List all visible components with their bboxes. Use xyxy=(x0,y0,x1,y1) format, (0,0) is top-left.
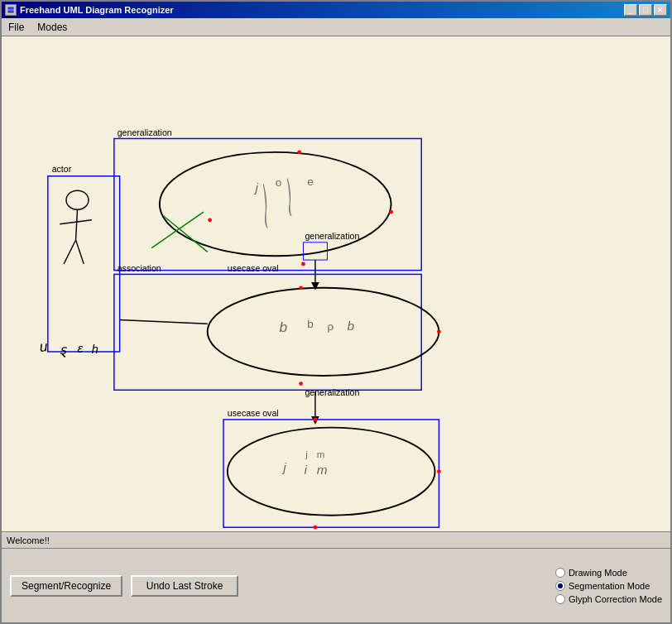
svg-text:association: association xyxy=(118,263,161,273)
svg-point-48 xyxy=(314,526,318,530)
glyph-correction-mode-option[interactable]: Glyph Correction Mode xyxy=(555,594,662,604)
segmentation-mode-option[interactable]: Segmentation Mode xyxy=(555,581,662,591)
svg-text:e: e xyxy=(307,175,314,188)
svg-text:b: b xyxy=(348,319,355,333)
svg-text:generalization: generalization xyxy=(305,231,359,241)
svg-text:ȿ: ȿ xyxy=(60,343,67,358)
close-button[interactable]: ✕ xyxy=(654,4,667,16)
svg-text:j: j xyxy=(305,449,308,459)
drawing-mode-radio[interactable] xyxy=(555,568,565,578)
svg-line-5 xyxy=(76,209,78,240)
bottom-bar: Segment/Recognize Undo Last Stroke Drawi… xyxy=(2,548,670,622)
svg-text:ρ: ρ xyxy=(327,320,334,333)
svg-point-47 xyxy=(314,418,318,422)
svg-text:j: j xyxy=(254,180,259,194)
svg-point-20 xyxy=(208,218,212,222)
segmentation-mode-label: Segmentation Mode xyxy=(569,581,650,591)
drawing-mode-option[interactable]: Drawing Mode xyxy=(555,568,662,578)
svg-text:m: m xyxy=(317,449,325,459)
svg-point-35 xyxy=(437,329,441,334)
window-title: Freehand UML Diagram Recognizer xyxy=(20,5,174,15)
svg-line-23 xyxy=(164,216,208,252)
svg-line-40 xyxy=(120,319,208,324)
svg-marker-28 xyxy=(311,282,319,290)
svg-point-32 xyxy=(208,288,439,376)
glyph-mode-label: Glyph Correction Mode xyxy=(569,594,662,604)
segment-recognize-button[interactable]: Segment/Recognize xyxy=(10,575,122,597)
svg-point-33 xyxy=(299,286,303,290)
svg-point-22 xyxy=(389,210,393,214)
svg-text:j: j xyxy=(281,460,286,474)
svg-point-4 xyxy=(66,190,89,209)
svg-text:u: u xyxy=(39,338,49,355)
glyph-mode-radio[interactable] xyxy=(555,594,565,604)
svg-line-7 xyxy=(64,240,75,264)
svg-text:o: o xyxy=(276,176,282,189)
svg-point-49 xyxy=(437,469,441,473)
app-icon xyxy=(5,4,17,16)
menu-file[interactable]: File xyxy=(5,21,27,34)
svg-point-19 xyxy=(297,150,301,154)
window-controls: _ □ ✕ xyxy=(624,4,667,16)
svg-line-6 xyxy=(60,220,92,224)
bottom-buttons: Segment/Recognize Undo Last Stroke xyxy=(10,575,238,597)
undo-last-stroke-button[interactable]: Undo Last Stroke xyxy=(131,575,238,597)
title-bar-left: Freehand UML Diagram Recognizer xyxy=(5,4,174,16)
maximize-button[interactable]: □ xyxy=(639,4,652,16)
svg-text:m: m xyxy=(317,463,328,477)
svg-text:generalization: generalization xyxy=(305,387,359,397)
svg-point-34 xyxy=(299,382,303,386)
svg-text:h: h xyxy=(92,343,98,356)
svg-text:actor: actor xyxy=(52,164,72,174)
drawing-mode-label: Drawing Mode xyxy=(569,568,627,578)
svg-text:i: i xyxy=(304,463,307,477)
diagram-svg: actor u ȿ ε h generalization xyxy=(2,36,670,531)
status-bar: Welcome!! xyxy=(2,531,670,548)
minimize-button[interactable]: _ xyxy=(624,4,637,16)
svg-text:generalization: generalization xyxy=(118,127,172,137)
menu-bar: File Modes xyxy=(2,18,670,36)
menu-modes[interactable]: Modes xyxy=(34,21,70,34)
status-message: Welcome!! xyxy=(7,535,50,545)
svg-line-8 xyxy=(76,240,84,264)
canvas-area[interactable]: actor u ȿ ε h generalization xyxy=(2,36,670,531)
svg-text:b: b xyxy=(307,318,314,330)
app-window: Freehand UML Diagram Recognizer _ □ ✕ Fi… xyxy=(0,0,672,624)
svg-text:ε: ε xyxy=(77,341,83,355)
svg-point-46 xyxy=(228,428,435,516)
svg-point-21 xyxy=(301,262,305,266)
svg-rect-44 xyxy=(223,420,439,527)
svg-text:usecase oval: usecase oval xyxy=(228,408,279,418)
svg-text:b: b xyxy=(280,319,288,335)
mode-radio-group: Drawing Mode Segmentation Mode Glyph Cor… xyxy=(555,568,662,604)
svg-text:usecase oval: usecase oval xyxy=(228,263,279,273)
title-bar: Freehand UML Diagram Recognizer _ □ ✕ xyxy=(2,2,670,18)
segmentation-mode-radio[interactable] xyxy=(555,581,565,591)
